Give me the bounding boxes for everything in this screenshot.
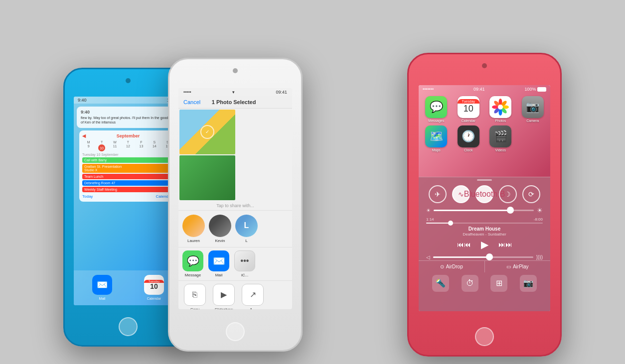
rewind-button[interactable]: ⏮⏮: [457, 241, 471, 248]
home-app-clock[interactable]: 🕐 Clock: [454, 125, 483, 152]
camera-icon: 📷: [522, 96, 544, 118]
contact-name-kevin: Kevin: [215, 239, 225, 243]
scene: 9:40 100% 9:40 flew by. Way too of great…: [38, 8, 587, 357]
action-copy[interactable]: ⎘ Copy: [182, 284, 207, 309]
airplay-icon: ▭: [506, 264, 511, 269]
camera-dot-left: [126, 78, 131, 83]
bluetooth-toggle[interactable]: Bluetooth;B: [475, 185, 493, 203]
cal-event-bar-3: Team Lunch: [82, 174, 174, 179]
avatar-kevin: [209, 215, 231, 237]
home-icons-grid: 💬 Messages Tuesday 10 Calendar: [419, 93, 550, 155]
fast-forward-button[interactable]: ⏭⏭: [498, 241, 512, 248]
contact-lauren[interactable]: Lauren: [182, 215, 205, 243]
cc-calculator[interactable]: ⊞: [490, 275, 507, 292]
cc-camera[interactable]: 📷: [520, 275, 537, 292]
share-prompt: Tap to share with...: [178, 201, 292, 211]
clock-label: Clock: [464, 148, 473, 152]
battery-right: 100%: [524, 87, 546, 92]
notification-card-1: 9:40 flew by. Way too of great photos. l…: [77, 107, 179, 128]
dock-calendar[interactable]: Tuesday 10 Calendar: [144, 275, 164, 300]
rotation-lock-toggle[interactable]: ⟳: [522, 185, 540, 203]
slideshow-icon: ▶: [213, 284, 235, 306]
calendar-label-right: Calendar: [462, 119, 475, 122]
action-more[interactable]: ↗ A...: [240, 284, 265, 309]
brightness-slider[interactable]: [434, 210, 534, 211]
more-action-icon: ↗: [242, 284, 264, 306]
home-app-videos[interactable]: 🎬 Videos: [486, 125, 515, 152]
home-camera[interactable]: 📷 Camera: [518, 96, 548, 122]
cc-flashlight[interactable]: 🔦: [432, 275, 449, 292]
music-title: Dream House: [426, 226, 543, 232]
dock-left: ✉️ Mail Tuesday 10 Calendar: [74, 270, 182, 305]
cc-toggles: ✈ ∿ Bluetooth;B ☽ ⟳: [419, 183, 550, 205]
music-progress[interactable]: [426, 223, 543, 224]
music-remaining-time: -8:00: [534, 217, 543, 222]
cancel-btn[interactable]: Cancel: [183, 99, 200, 105]
timer-icon: ⏱: [466, 279, 474, 288]
volume-slider[interactable]: [433, 256, 533, 258]
home-btn-middle[interactable]: [226, 322, 245, 341]
mail-share-icon: ✉️: [208, 250, 229, 271]
control-center[interactable]: ✈ ∿ Bluetooth;B ☽ ⟳: [419, 177, 550, 311]
avatar-lauren: [182, 215, 205, 237]
cal-event-bar: Call with Barry: [82, 157, 174, 163]
airplane-icon: ✈: [435, 190, 441, 198]
screen-right: ••••••• 09:41 100% 💬 Messages: [419, 85, 550, 311]
time-left: 9:40: [78, 98, 87, 103]
brightness-row: ☀ ☀: [419, 205, 550, 216]
avatar-l: L: [235, 215, 258, 237]
music-player: 1:14 -8:00 Dream House Deafheaven - Sunb…: [419, 216, 550, 254]
volume-fill: [433, 256, 488, 258]
home-btn-right[interactable]: [475, 327, 494, 346]
photos-label: Photos: [495, 119, 506, 122]
photo-thumb-2[interactable]: [179, 155, 235, 200]
photo-thumb-1[interactable]: ✓: [179, 110, 235, 154]
home-app-maps[interactable]: 🗺️ Maps: [422, 125, 451, 152]
cal-header: ◀ September ▶: [82, 133, 174, 138]
calendar-icon-right: Tuesday 10: [458, 96, 479, 118]
svg-point-9: [498, 105, 503, 110]
wifi-toggle-icon: ∿: [458, 190, 464, 198]
share-messages-label: Message: [185, 273, 201, 277]
brightness-fill: [434, 210, 509, 211]
airdrop-label: AirDrop: [446, 264, 463, 269]
volume-thumb: [486, 253, 493, 260]
airdrop-button[interactable]: ⊙ AirDrop: [419, 261, 485, 272]
airdrop-airplay-row: ⊙ AirDrop ▭ AirPlay: [419, 260, 550, 272]
screen-middle: ••••• ▾ 09:41 Cancel 1 Photo Selected ✓: [178, 88, 292, 309]
status-bar-middle: ••••• ▾ 09:41: [178, 88, 292, 96]
cc-bottom-apps: 🔦 ⏱ ⊞ 📷: [419, 272, 550, 294]
more-action-label: A...: [250, 307, 256, 309]
videos-icon: 🎬: [489, 125, 511, 147]
home-calendar[interactable]: Tuesday 10 Calendar: [454, 96, 483, 122]
notif-header: 9:40: [81, 110, 175, 115]
dock-mail[interactable]: ✉️ Mail: [92, 275, 112, 300]
contact-l[interactable]: L L: [235, 215, 258, 243]
contacts-row: Lauren Kevin L L: [178, 211, 292, 247]
share-mail-label: Mail: [215, 273, 223, 277]
volume-high-icon: )))): [536, 254, 543, 260]
signal-middle: •••••: [183, 90, 191, 95]
maps-icon: 🗺️: [425, 125, 447, 147]
home-messages[interactable]: 💬 Messages: [422, 96, 451, 122]
wifi-icon-middle: ▾: [232, 90, 235, 95]
play-button[interactable]: ▶: [481, 239, 488, 250]
share-more[interactable]: ••• iC...: [234, 250, 255, 277]
share-messages[interactable]: 💬 Message: [182, 250, 203, 277]
mail-icon: ✉️: [92, 275, 112, 295]
share-mail[interactable]: ✉️ Mail: [208, 250, 229, 277]
cc-timer[interactable]: ⏱: [462, 275, 478, 292]
camera-dot-middle: [233, 68, 238, 73]
notification-area: 9:40 flew by. Way too of great photos. l…: [74, 104, 182, 208]
action-slideshow[interactable]: ▶ Slideshow: [211, 284, 236, 309]
airplay-button[interactable]: ▭ AirPlay: [485, 261, 551, 272]
share-more-label: iC...: [241, 273, 248, 277]
cal-month: September: [117, 133, 140, 138]
home-photos[interactable]: Photos: [486, 96, 515, 122]
music-progress-fill: [426, 223, 450, 224]
home-btn-left[interactable]: [119, 317, 138, 336]
do-not-disturb-toggle[interactable]: ☽: [499, 185, 517, 203]
airplane-mode-toggle[interactable]: ✈: [429, 185, 447, 203]
contact-name-l: L: [245, 239, 247, 243]
contact-kevin[interactable]: Kevin: [209, 215, 231, 243]
